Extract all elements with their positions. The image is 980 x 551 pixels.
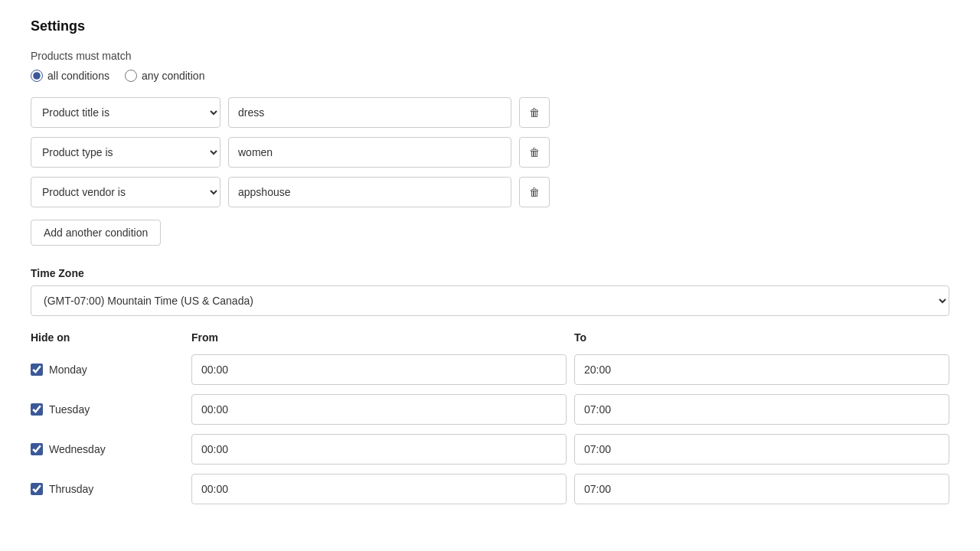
hide-on-col-header: Hide on bbox=[31, 331, 184, 344]
any-condition-radio[interactable] bbox=[125, 70, 137, 82]
page-title: Settings bbox=[31, 18, 949, 34]
condition-select-2[interactable]: Product title is Product type is Product… bbox=[31, 137, 220, 168]
from-col-header: From bbox=[191, 331, 567, 344]
tuesday-text: Tuesday bbox=[49, 403, 90, 416]
day-row-wednesday: Wednesday bbox=[31, 434, 949, 465]
wednesday-checkbox[interactable] bbox=[31, 443, 43, 455]
thursday-text: Thrusday bbox=[49, 483, 93, 495]
day-row-tuesday: Tuesday bbox=[31, 394, 949, 425]
wednesday-text: Wednesday bbox=[49, 443, 106, 455]
monday-checkbox[interactable] bbox=[31, 364, 43, 376]
delete-condition-3-button[interactable] bbox=[519, 177, 550, 207]
tuesday-label: Tuesday bbox=[31, 403, 184, 416]
monday-text: Monday bbox=[49, 364, 87, 376]
hide-on-header: Hide on From To bbox=[31, 331, 949, 347]
condition-select-1[interactable]: Product title is Product type is Product… bbox=[31, 97, 220, 128]
thursday-label: Thrusday bbox=[31, 483, 184, 495]
tuesday-checkbox[interactable] bbox=[31, 403, 43, 416]
all-conditions-radio[interactable] bbox=[31, 70, 43, 82]
condition-row-3: Product title is Product type is Product… bbox=[31, 177, 949, 207]
hide-on-section: Hide on From To Monday Tuesday Wednesday bbox=[31, 331, 949, 504]
products-match-radio-group: all conditions any condition bbox=[31, 70, 949, 82]
all-conditions-label: all conditions bbox=[47, 70, 109, 82]
timezone-select[interactable]: (GMT-12:00) International Date Line West… bbox=[31, 285, 949, 316]
thursday-to-input[interactable] bbox=[574, 474, 949, 504]
wednesday-label: Wednesday bbox=[31, 443, 184, 455]
condition-input-2[interactable] bbox=[228, 137, 511, 168]
delete-condition-1-button[interactable] bbox=[519, 97, 550, 128]
condition-input-1[interactable] bbox=[228, 97, 511, 128]
day-row-thursday: Thrusday bbox=[31, 474, 949, 504]
thursday-from-input[interactable] bbox=[191, 474, 567, 504]
condition-row-2: Product title is Product type is Product… bbox=[31, 137, 949, 168]
thursday-checkbox[interactable] bbox=[31, 483, 43, 495]
all-conditions-option[interactable]: all conditions bbox=[31, 70, 109, 82]
conditions-list: Product title is Product type is Product… bbox=[31, 97, 949, 207]
wednesday-to-input[interactable] bbox=[574, 434, 949, 465]
monday-label: Monday bbox=[31, 364, 184, 376]
condition-select-3[interactable]: Product title is Product type is Product… bbox=[31, 177, 220, 207]
condition-row-1: Product title is Product type is Product… bbox=[31, 97, 949, 128]
products-must-match-section: Products must match all conditions any c… bbox=[31, 50, 949, 82]
products-must-match-label: Products must match bbox=[31, 50, 949, 62]
timezone-section: Time Zone (GMT-12:00) International Date… bbox=[31, 267, 949, 316]
tuesday-from-input[interactable] bbox=[191, 394, 567, 425]
day-row-monday: Monday bbox=[31, 354, 949, 385]
monday-from-input[interactable] bbox=[191, 354, 567, 385]
delete-condition-2-button[interactable] bbox=[519, 137, 550, 168]
wednesday-from-input[interactable] bbox=[191, 434, 567, 465]
add-condition-button[interactable]: Add another condition bbox=[31, 220, 161, 246]
trash-icon bbox=[529, 145, 540, 159]
trash-icon bbox=[529, 106, 540, 119]
timezone-label: Time Zone bbox=[31, 267, 949, 279]
monday-to-input[interactable] bbox=[574, 354, 949, 385]
to-col-header: To bbox=[574, 331, 949, 344]
any-condition-option[interactable]: any condition bbox=[125, 70, 205, 82]
tuesday-to-input[interactable] bbox=[574, 394, 949, 425]
trash-icon bbox=[529, 185, 540, 199]
condition-input-3[interactable] bbox=[228, 177, 511, 207]
any-condition-label: any condition bbox=[142, 70, 205, 82]
